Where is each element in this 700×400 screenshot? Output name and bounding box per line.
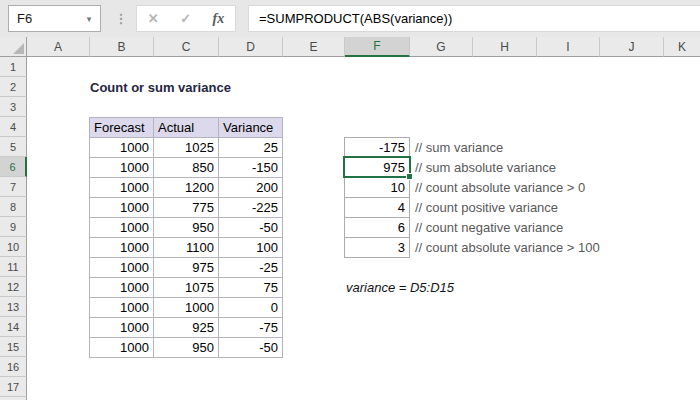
table-cell[interactable]: 1000 [90, 258, 154, 278]
dots-separator-icon: ⋮ [114, 5, 128, 32]
table-cell[interactable]: 0 [219, 298, 283, 318]
formula-bar: F6 ▾ ⋮ ✕ ✓ fx =SUMPRODUCT(ABS(variance)) [0, 0, 700, 37]
table-cell[interactable]: 950 [154, 218, 219, 238]
row-header-14[interactable]: 14 [0, 317, 27, 337]
column-header-j[interactable]: J [600, 37, 664, 57]
row-header-12[interactable]: 12 [0, 277, 27, 297]
result-cell-f9[interactable]: 6 [345, 218, 410, 238]
table-cell[interactable]: 775 [154, 198, 219, 218]
table-header-variance[interactable]: Variance [219, 118, 283, 138]
table-cell[interactable]: 1000 [90, 278, 154, 298]
table-header-forecast[interactable]: Forecast [90, 118, 154, 138]
cancel-icon[interactable]: ✕ [148, 11, 159, 26]
formula-input[interactable]: =SUMPRODUCT(ABS(variance)) [248, 5, 700, 32]
enter-icon[interactable]: ✓ [180, 11, 191, 26]
table-cell[interactable]: 1000 [90, 298, 154, 318]
result-cell-f10[interactable]: 3 [345, 238, 410, 258]
table-cell[interactable]: 1000 [90, 158, 154, 178]
row-header-1[interactable]: 1 [0, 57, 27, 77]
table-cell[interactable]: 1000 [90, 218, 154, 238]
row-header-2[interactable]: 2 [0, 77, 27, 97]
row-header-column: 1 2 3 4 5 6 7 8 9 10 11 12 13 14 15 16 1… [0, 57, 27, 400]
row-header-10[interactable]: 10 [0, 237, 27, 257]
result-cells: -175 975 10 4 6 3 [344, 137, 410, 258]
column-header-a[interactable]: A [27, 37, 90, 57]
row-header-16[interactable]: 16 [0, 357, 27, 377]
result-cell-f6[interactable]: 975 [345, 158, 410, 178]
comment-text[interactable]: // count positive variance [415, 197, 558, 217]
column-header-h[interactable]: H [473, 37, 537, 57]
table-cell[interactable]: 950 [154, 338, 219, 358]
table-cell[interactable]: 1000 [90, 138, 154, 158]
table-cell[interactable]: -25 [219, 258, 283, 278]
table-cell[interactable]: 75 [219, 278, 283, 298]
excel-window: F6 ▾ ⋮ ✕ ✓ fx =SUMPRODUCT(ABS(variance))… [0, 0, 700, 400]
column-header-k[interactable]: K [664, 37, 700, 57]
table-cell[interactable]: 200 [219, 178, 283, 198]
row-header-13[interactable]: 13 [0, 297, 27, 317]
column-header-f-selected[interactable]: F [345, 37, 410, 57]
table-cell[interactable]: 1075 [154, 278, 219, 298]
row-header-15[interactable]: 15 [0, 337, 27, 357]
insert-function-icon[interactable]: fx [213, 11, 225, 27]
named-range-note[interactable]: variance = D5:D15 [346, 277, 454, 297]
table-cell[interactable]: -50 [219, 218, 283, 238]
comment-text[interactable]: // count absolute variance > 0 [415, 177, 585, 197]
formula-text: =SUMPRODUCT(ABS(variance)) [259, 11, 452, 26]
column-header-e[interactable]: E [283, 37, 345, 57]
row-header-6-selected[interactable]: 6 [0, 157, 27, 177]
table-cell[interactable]: 1025 [154, 138, 219, 158]
table-cell[interactable]: 1000 [90, 238, 154, 258]
comment-text[interactable]: // count absolute variance > 100 [415, 237, 600, 257]
table-cell[interactable]: 1000 [90, 178, 154, 198]
column-header-d[interactable]: D [219, 37, 283, 57]
formula-buttons: ✕ ✓ fx [136, 5, 236, 32]
comment-text[interactable]: // count negative variance [415, 217, 563, 237]
fill-handle[interactable] [406, 173, 413, 180]
table-cell[interactable]: 850 [154, 158, 219, 178]
table-cell[interactable]: -225 [219, 198, 283, 218]
table-cell[interactable]: -150 [219, 158, 283, 178]
table-cell[interactable]: 1200 [154, 178, 219, 198]
result-cell-f5[interactable]: -175 [345, 138, 410, 158]
result-cell-f8[interactable]: 4 [345, 198, 410, 218]
table-cell[interactable]: 925 [154, 318, 219, 338]
table-cell[interactable]: -50 [219, 338, 283, 358]
comment-text[interactable]: // sum absolute variance [415, 157, 556, 177]
row-header-5[interactable]: 5 [0, 137, 27, 157]
table-cell[interactable]: 1000 [90, 318, 154, 338]
row-header-8[interactable]: 8 [0, 197, 27, 217]
table-cell[interactable]: 1000 [90, 198, 154, 218]
table-header-actual[interactable]: Actual [154, 118, 219, 138]
variance-table: Forecast Actual Variance 1000 1025 25 10… [89, 117, 283, 358]
row-header-9[interactable]: 9 [0, 217, 27, 237]
chevron-down-icon[interactable]: ▾ [78, 14, 100, 24]
select-all-corner[interactable] [0, 37, 27, 57]
column-header-row: A B C D E F G H I J K [0, 37, 700, 57]
row-header-4[interactable]: 4 [0, 117, 27, 137]
column-header-c[interactable]: C [154, 37, 219, 57]
column-header-b[interactable]: B [90, 37, 154, 57]
row-header-7[interactable]: 7 [0, 177, 27, 197]
column-header-i[interactable]: I [537, 37, 600, 57]
row-header-17[interactable]: 17 [0, 377, 27, 397]
table-cell[interactable]: 1000 [154, 298, 219, 318]
comment-text[interactable]: // sum variance [415, 137, 503, 157]
name-box-value: F6 [9, 11, 78, 26]
row-header-3[interactable]: 3 [0, 97, 27, 117]
result-cell-f7[interactable]: 10 [345, 178, 410, 198]
table-cell[interactable]: 100 [219, 238, 283, 258]
table-cell[interactable]: 1100 [154, 238, 219, 258]
name-box[interactable]: F6 ▾ [8, 5, 101, 32]
table-cell[interactable]: 25 [219, 138, 283, 158]
row-header-11[interactable]: 11 [0, 257, 27, 277]
column-header-g[interactable]: G [410, 37, 473, 57]
table-cell[interactable]: -75 [219, 318, 283, 338]
table-cell[interactable]: 975 [154, 258, 219, 278]
sheet-title[interactable]: Count or sum variance [90, 77, 231, 97]
table-cell[interactable]: 1000 [90, 338, 154, 358]
